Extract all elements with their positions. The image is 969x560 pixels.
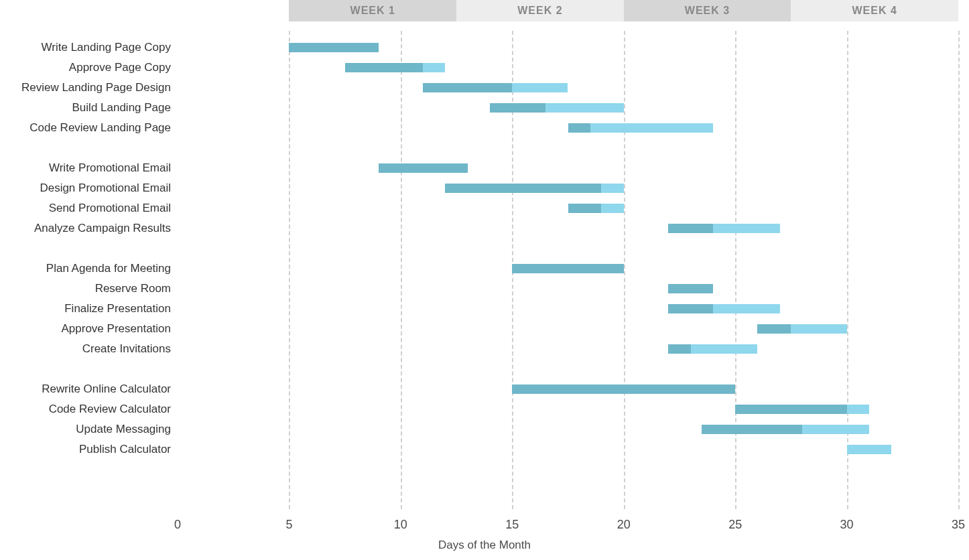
task-spacer bbox=[0, 238, 958, 259]
task-bar-primary bbox=[490, 103, 545, 113]
x-tick-label: 25 bbox=[728, 518, 742, 532]
task-bar-primary bbox=[568, 204, 602, 213]
task-bar-primary bbox=[512, 264, 623, 273]
task-bar-primary bbox=[568, 123, 590, 133]
task-bar-primary bbox=[512, 384, 735, 394]
x-tick-label: 20 bbox=[617, 518, 631, 532]
task-label: Publish Calculator bbox=[0, 443, 171, 456]
week-header-label: WEEK 3 bbox=[624, 0, 791, 21]
task-label: Finalize Presentation bbox=[0, 302, 171, 316]
week-header: WEEK 1WEEK 2WEEK 3WEEK 4 bbox=[0, 0, 969, 21]
task-bar-secondary bbox=[512, 83, 568, 92]
task-label: Analyze Campaign Results bbox=[0, 222, 171, 235]
task-label: Write Landing Page Copy bbox=[0, 41, 171, 54]
task-bar-primary bbox=[668, 344, 690, 354]
week-header-spacer bbox=[0, 0, 289, 21]
task-label: Reserve Room bbox=[0, 282, 171, 295]
task-bar-primary bbox=[345, 63, 424, 72]
x-tick-label: 15 bbox=[505, 518, 519, 532]
task-label: Send Promotional Email bbox=[0, 202, 171, 215]
task-label: Approve Presentation bbox=[0, 322, 171, 336]
task-bar-primary bbox=[668, 224, 713, 233]
task-row: Create Invitations bbox=[0, 339, 958, 359]
task-row: Build Landing Page bbox=[0, 98, 958, 118]
task-bar-secondary bbox=[713, 304, 780, 313]
task-row: Send Promotional Email bbox=[0, 198, 958, 218]
week-header-label: WEEK 2 bbox=[456, 0, 624, 21]
task-row: Reserve Room bbox=[0, 279, 958, 299]
task-row: Approve Presentation bbox=[0, 319, 958, 339]
x-tick-label: 5 bbox=[285, 518, 292, 532]
task-row: Plan Agenda for Meeting bbox=[0, 259, 958, 279]
task-bar-secondary bbox=[713, 224, 780, 233]
task-label: Update Messaging bbox=[0, 423, 171, 436]
task-bar-secondary bbox=[691, 344, 758, 354]
x-tick-label: 35 bbox=[952, 518, 965, 532]
week-header-label: WEEK 1 bbox=[289, 0, 456, 21]
x-tick-label: 30 bbox=[840, 518, 854, 532]
task-bar-primary bbox=[423, 83, 512, 92]
task-bar-primary bbox=[289, 43, 378, 52]
task-row: Finalize Presentation bbox=[0, 299, 958, 319]
task-spacer bbox=[0, 138, 958, 158]
task-row: Design Promotional Email bbox=[0, 178, 958, 198]
task-bar-secondary bbox=[847, 405, 869, 414]
task-row: Write Landing Page Copy bbox=[0, 38, 958, 58]
task-bar-secondary bbox=[590, 123, 713, 133]
plot-area: Write Landing Page CopyApprove Page Copy… bbox=[178, 31, 958, 509]
task-bar-primary bbox=[668, 304, 713, 313]
gridline bbox=[958, 31, 960, 509]
task-label: Approve Page Copy bbox=[0, 61, 171, 74]
x-tick-label: 0 bbox=[174, 518, 181, 532]
task-bar-secondary bbox=[601, 204, 623, 213]
task-label: Create Invitations bbox=[0, 342, 171, 356]
week-header-label: WEEK 4 bbox=[791, 0, 958, 21]
task-bar-secondary bbox=[791, 324, 846, 334]
task-bar-primary bbox=[379, 163, 468, 173]
task-label: Write Promotional Email bbox=[0, 161, 171, 175]
task-row: Analyze Campaign Results bbox=[0, 218, 958, 238]
task-label: Design Promotional Email bbox=[0, 182, 171, 195]
task-bar-primary bbox=[668, 284, 713, 293]
gantt-chart: WEEK 1WEEK 2WEEK 3WEEK 4 Write Landing P… bbox=[0, 0, 969, 560]
task-row: Rewrite Online Calculator bbox=[0, 379, 958, 399]
task-label: Rewrite Online Calculator bbox=[0, 382, 171, 396]
task-bar-primary bbox=[735, 405, 846, 414]
task-row: Code Review Calculator bbox=[0, 399, 958, 419]
task-row: Publish Calculator bbox=[0, 439, 958, 460]
x-axis-title: Days of the Month bbox=[438, 539, 531, 552]
task-bar-secondary bbox=[423, 63, 445, 72]
task-row: Review Landing Page Design bbox=[0, 78, 958, 98]
task-bar-secondary bbox=[601, 184, 623, 193]
task-spacer bbox=[0, 359, 958, 379]
task-bar-primary bbox=[757, 324, 791, 334]
task-label: Build Landing Page bbox=[0, 101, 171, 115]
task-label: Review Landing Page Design bbox=[0, 81, 171, 94]
task-label: Code Review Calculator bbox=[0, 403, 171, 416]
task-bar-primary bbox=[445, 184, 601, 193]
task-label: Code Review Landing Page bbox=[0, 121, 171, 135]
task-bar-secondary bbox=[802, 425, 869, 434]
task-label: Plan Agenda for Meeting bbox=[0, 262, 171, 275]
x-tick-label: 10 bbox=[394, 518, 407, 532]
task-row: Write Promotional Email bbox=[0, 158, 958, 178]
task-bar-primary bbox=[702, 425, 802, 434]
task-row: Approve Page Copy bbox=[0, 58, 958, 78]
task-bar-secondary bbox=[847, 445, 892, 454]
task-row: Update Messaging bbox=[0, 419, 958, 439]
task-bar-secondary bbox=[545, 103, 624, 113]
task-row: Code Review Landing Page bbox=[0, 118, 958, 138]
